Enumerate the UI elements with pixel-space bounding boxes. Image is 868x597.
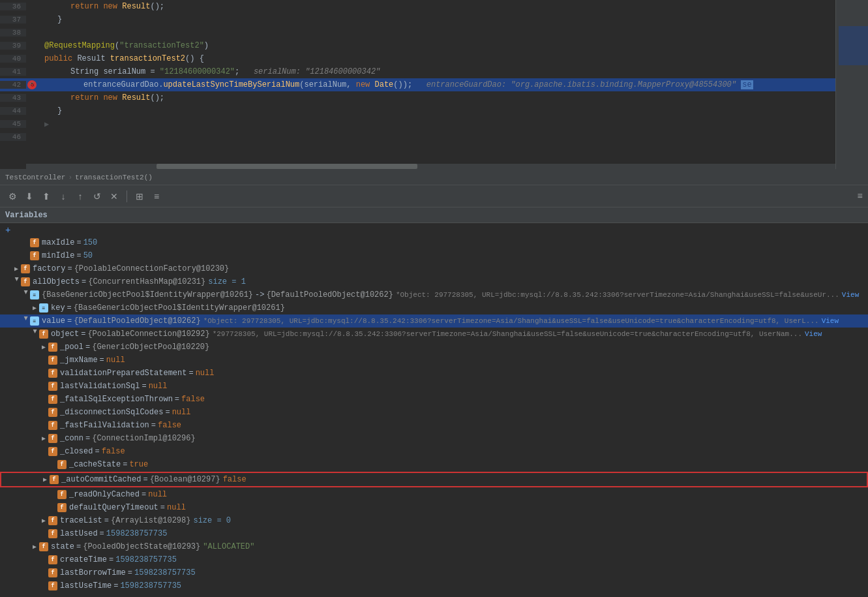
list-view-button[interactable]: ≡	[149, 189, 164, 204]
minimap-highlight	[839, 26, 868, 65]
settings-button[interactable]: ⚙	[5, 189, 20, 204]
var-key[interactable]: ▶ ≡ key = {BaseGenericObjectPool$Identit…	[0, 301, 868, 314]
field-icon-cacheState: f	[57, 460, 67, 469]
code-line-38: 38	[0, 26, 868, 39]
var-fastFailValidation[interactable]: f _fastFailValidation = false	[0, 419, 868, 432]
var-disconnectionSqlCodes[interactable]: f _disconnectionSqlCodes = null	[0, 406, 868, 419]
add-watch-row[interactable]: +	[0, 224, 868, 236]
mark-button[interactable]: ✕	[107, 189, 121, 204]
field-icon-validationPS: f	[48, 369, 57, 378]
expand-pool[interactable]: ▶	[39, 343, 48, 352]
field-icon-conn: f	[48, 434, 57, 443]
expand-conn[interactable]: ▶	[39, 434, 48, 443]
field-icon-defaultQueryTimeout: f	[57, 503, 67, 512]
var-lastUseTime[interactable]: f lastUseTime = 1598238757735	[0, 579, 868, 592]
expand-state[interactable]: ▶	[30, 542, 39, 551]
code-line-37: 37 }	[0, 13, 868, 26]
breadcrumb-class: TestController	[5, 174, 65, 181]
var-minIdle[interactable]: f minIdle = 50	[0, 249, 868, 262]
step-into-button[interactable]: ⬆	[39, 189, 53, 204]
view-link-baseGeneric[interactable]: View	[842, 291, 859, 299]
field-icon-state: f	[39, 542, 48, 551]
var-autoCommitCached[interactable]: ▶ f _autoCommitCached = {Boolean@10297} …	[1, 473, 867, 486]
field-icon-minIdle: f	[30, 251, 39, 260]
var-closed[interactable]: f _closed = false	[0, 445, 868, 458]
scrollbar-thumb[interactable]	[157, 164, 417, 169]
expand-allObjects[interactable]: ▶	[12, 277, 21, 286]
var-lastUsed[interactable]: f lastUsed = 1598238757735	[0, 527, 868, 540]
var-fatalSqlExceptionThrown[interactable]: f _fatalSqlExceptionThrown = false	[0, 393, 868, 406]
var-createTime[interactable]: f createTime = 1598238757735	[0, 553, 868, 566]
code-line-43: 43 return new Result();	[0, 91, 868, 104]
var-object[interactable]: ▶ f object = {PoolableConnection@10292} …	[0, 328, 868, 341]
expand-factory[interactable]: ▶	[12, 264, 21, 273]
table-view-button[interactable]: ⊞	[132, 189, 147, 204]
map-icon-value: ≡	[30, 316, 39, 326]
var-baseGeneric[interactable]: ▶ ≡ {BaseGenericObjectPool$IdentityWrapp…	[0, 288, 868, 301]
panel-settings[interactable]: ≡	[858, 191, 863, 202]
view-link-value[interactable]: View	[822, 317, 839, 325]
expand-baseGeneric[interactable]: ▶	[21, 290, 30, 299]
var-traceList[interactable]: ▶ f traceList = {ArrayList@10298} size =…	[0, 514, 868, 527]
variables-header: Variables	[0, 207, 868, 223]
code-line-40: 40 public Result transactionTest2() {	[0, 52, 868, 65]
run-to-cursor-button[interactable]: ↑	[73, 189, 87, 204]
var-maxIdle[interactable]: f maxIdle = 150	[0, 236, 868, 249]
debug-toolbar: ⚙ ⬇ ⬆ ↓ ↑ ↺ ✕ ⊞ ≡ ≡	[0, 185, 868, 207]
var-state[interactable]: ▶ f state = {PooledObjectState@10293} "A…	[0, 540, 868, 553]
field-icon-fastFail: f	[48, 421, 57, 430]
field-icon-createTime: f	[48, 555, 57, 564]
field-icon-lastBorrowTime: f	[48, 568, 57, 577]
code-line-39: 39 @RequestMapping("transactionTest2")	[0, 39, 868, 52]
field-icon-factory: f	[21, 264, 30, 273]
expand-traceList[interactable]: ▶	[39, 516, 48, 525]
variables-panel[interactable]: Variables + f maxIdle = 150 f minIdle = …	[0, 207, 868, 597]
field-icon-pool: f	[48, 343, 57, 352]
toolbar-separator	[127, 191, 127, 202]
field-icon-autoCommit: f	[50, 475, 59, 484]
var-conn[interactable]: ▶ f _conn = {ConnectionImpl@10296}	[0, 432, 868, 445]
field-icon-object: f	[39, 329, 48, 339]
horizontal-scrollbar[interactable]	[26, 164, 835, 169]
code-line-45: 45 ▶	[0, 117, 868, 130]
var-value[interactable]: ▶ ≡ value = {DefaultPooledObject@10262} …	[0, 314, 868, 328]
expand-autoCommitCached[interactable]: ▶	[40, 475, 50, 484]
code-line-46: 46	[0, 130, 868, 144]
var-lastValidationSql[interactable]: f lastValidationSql = null	[0, 380, 868, 393]
var-pool[interactable]: ▶ f _pool = {GenericObjectPool@10220}	[0, 341, 868, 354]
expand-key[interactable]: ▶	[30, 303, 39, 313]
field-icon-maxIdle: f	[30, 238, 39, 247]
var-lastBorrowTime[interactable]: f lastBorrowTime = 1598238757735	[0, 566, 868, 579]
var-factory[interactable]: ▶ f factory = {PoolableConnectionFactory…	[0, 262, 868, 275]
field-icon-jmxName: f	[48, 356, 57, 365]
map-icon: ≡	[30, 290, 39, 299]
code-editor: 36 return new Result(); 37 } 38 39 @Requ…	[0, 0, 868, 170]
var-cacheState[interactable]: f _cacheState = true	[0, 458, 868, 471]
var-readOnlyCached[interactable]: f _readOnlyCached = null	[0, 488, 868, 501]
field-icon-fatalSql: f	[48, 395, 57, 404]
var-autoCommitCached-container: ▶ f _autoCommitCached = {Boolean@10297} …	[0, 472, 868, 487]
var-validationPreparedStatement[interactable]: f validationPreparedStatement = null	[0, 367, 868, 380]
code-line-42: 42 🐞 entranceGuardDao.updateLastSyncTime…	[0, 78, 868, 91]
field-icon-disconnSql: f	[48, 408, 57, 417]
step-over-button[interactable]: ⬇	[22, 189, 37, 204]
var-defaultQueryTimeout[interactable]: f defaultQueryTimeout = null	[0, 501, 868, 514]
code-line-36: 36 return new Result();	[0, 0, 868, 13]
evaluate-button[interactable]: ↺	[90, 189, 104, 204]
breadcrumb-method: transactionTest2()	[75, 174, 153, 181]
expand-object[interactable]: ▶	[30, 329, 39, 339]
field-icon-readOnly: f	[57, 490, 67, 499]
view-link-object[interactable]: View	[805, 330, 822, 338]
breadcrumb: TestController › transactionTest2()	[0, 170, 868, 185]
code-line-41: 41 String serialNum = "12184600000342"; …	[0, 65, 868, 78]
var-allObjects[interactable]: ▶ f allObjects = {ConcurrentHashMap@1023…	[0, 275, 868, 288]
field-icon-allObjects: f	[21, 277, 30, 286]
field-icon-lastUseTime: f	[48, 581, 57, 590]
field-icon-traceList: f	[48, 516, 57, 525]
var-jmxName[interactable]: f _jmxName = null	[0, 354, 868, 367]
field-icon-closed: f	[48, 447, 57, 456]
field-icon-lastValidSql: f	[48, 382, 57, 391]
map-icon-key: ≡	[39, 303, 48, 313]
step-out-button[interactable]: ↓	[56, 189, 70, 204]
expand-value[interactable]: ▶	[21, 316, 30, 326]
